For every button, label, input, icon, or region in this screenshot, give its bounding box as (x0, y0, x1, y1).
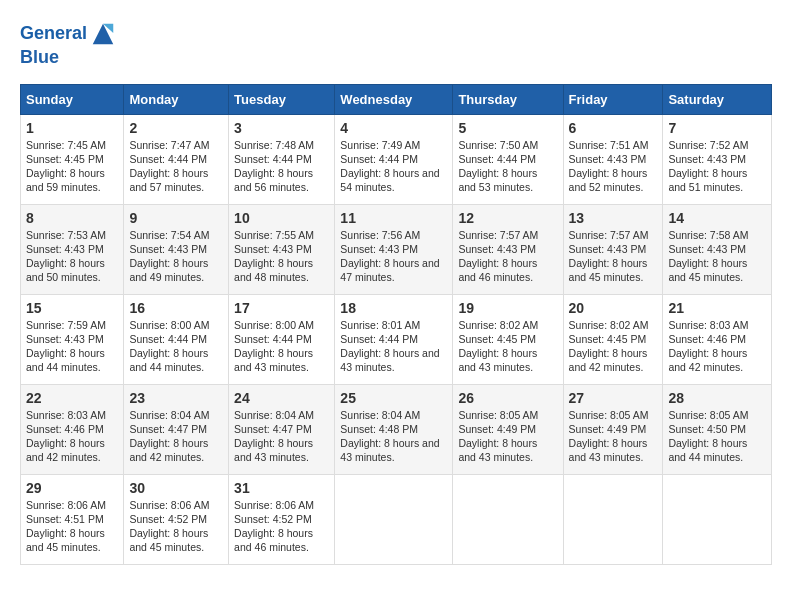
day-info: Sunrise: 8:01 AMSunset: 4:44 PMDaylight:… (340, 318, 447, 375)
day-info: Sunrise: 8:06 AMSunset: 4:52 PMDaylight:… (234, 498, 329, 555)
day-info: Sunrise: 8:05 AMSunset: 4:49 PMDaylight:… (458, 408, 557, 465)
day-info: Sunrise: 7:53 AMSunset: 4:43 PMDaylight:… (26, 228, 118, 285)
calendar-cell: 21Sunrise: 8:03 AMSunset: 4:46 PMDayligh… (663, 294, 772, 384)
day-info: Sunrise: 8:00 AMSunset: 4:44 PMDaylight:… (129, 318, 223, 375)
day-number: 26 (458, 390, 557, 406)
calendar-cell: 7Sunrise: 7:52 AMSunset: 4:43 PMDaylight… (663, 114, 772, 204)
day-info: Sunrise: 7:48 AMSunset: 4:44 PMDaylight:… (234, 138, 329, 195)
logo-text: General (20, 20, 117, 48)
calendar-cell: 11Sunrise: 7:56 AMSunset: 4:43 PMDayligh… (335, 204, 453, 294)
calendar-cell (663, 474, 772, 564)
day-info: Sunrise: 7:49 AMSunset: 4:44 PMDaylight:… (340, 138, 447, 195)
day-info: Sunrise: 7:45 AMSunset: 4:45 PMDaylight:… (26, 138, 118, 195)
day-info: Sunrise: 8:04 AMSunset: 4:47 PMDaylight:… (234, 408, 329, 465)
day-info: Sunrise: 8:06 AMSunset: 4:52 PMDaylight:… (129, 498, 223, 555)
day-info: Sunrise: 8:04 AMSunset: 4:48 PMDaylight:… (340, 408, 447, 465)
day-number: 1 (26, 120, 118, 136)
calendar-cell: 24Sunrise: 8:04 AMSunset: 4:47 PMDayligh… (229, 384, 335, 474)
day-info: Sunrise: 7:58 AMSunset: 4:43 PMDaylight:… (668, 228, 766, 285)
day-info: Sunrise: 7:59 AMSunset: 4:43 PMDaylight:… (26, 318, 118, 375)
day-number: 6 (569, 120, 658, 136)
day-info: Sunrise: 7:56 AMSunset: 4:43 PMDaylight:… (340, 228, 447, 285)
calendar-week-row: 22Sunrise: 8:03 AMSunset: 4:46 PMDayligh… (21, 384, 772, 474)
col-header-thursday: Thursday (453, 84, 563, 114)
calendar-week-row: 8Sunrise: 7:53 AMSunset: 4:43 PMDaylight… (21, 204, 772, 294)
day-number: 28 (668, 390, 766, 406)
calendar-cell: 30Sunrise: 8:06 AMSunset: 4:52 PMDayligh… (124, 474, 229, 564)
day-number: 29 (26, 480, 118, 496)
day-number: 21 (668, 300, 766, 316)
calendar-cell (453, 474, 563, 564)
calendar-cell: 18Sunrise: 8:01 AMSunset: 4:44 PMDayligh… (335, 294, 453, 384)
day-number: 3 (234, 120, 329, 136)
day-number: 19 (458, 300, 557, 316)
col-header-friday: Friday (563, 84, 663, 114)
calendar-cell: 15Sunrise: 7:59 AMSunset: 4:43 PMDayligh… (21, 294, 124, 384)
day-number: 13 (569, 210, 658, 226)
calendar-cell: 26Sunrise: 8:05 AMSunset: 4:49 PMDayligh… (453, 384, 563, 474)
day-number: 9 (129, 210, 223, 226)
calendar-cell: 14Sunrise: 7:58 AMSunset: 4:43 PMDayligh… (663, 204, 772, 294)
day-number: 31 (234, 480, 329, 496)
day-info: Sunrise: 8:02 AMSunset: 4:45 PMDaylight:… (458, 318, 557, 375)
day-info: Sunrise: 7:55 AMSunset: 4:43 PMDaylight:… (234, 228, 329, 285)
calendar-cell: 22Sunrise: 8:03 AMSunset: 4:46 PMDayligh… (21, 384, 124, 474)
day-number: 17 (234, 300, 329, 316)
day-info: Sunrise: 7:47 AMSunset: 4:44 PMDaylight:… (129, 138, 223, 195)
day-info: Sunrise: 7:57 AMSunset: 4:43 PMDaylight:… (458, 228, 557, 285)
calendar-week-row: 29Sunrise: 8:06 AMSunset: 4:51 PMDayligh… (21, 474, 772, 564)
day-number: 2 (129, 120, 223, 136)
day-number: 25 (340, 390, 447, 406)
day-info: Sunrise: 8:05 AMSunset: 4:49 PMDaylight:… (569, 408, 658, 465)
day-number: 30 (129, 480, 223, 496)
day-number: 14 (668, 210, 766, 226)
calendar-cell: 31Sunrise: 8:06 AMSunset: 4:52 PMDayligh… (229, 474, 335, 564)
day-number: 27 (569, 390, 658, 406)
calendar-week-row: 1Sunrise: 7:45 AMSunset: 4:45 PMDaylight… (21, 114, 772, 204)
day-info: Sunrise: 8:00 AMSunset: 4:44 PMDaylight:… (234, 318, 329, 375)
day-info: Sunrise: 8:03 AMSunset: 4:46 PMDaylight:… (668, 318, 766, 375)
calendar-cell: 1Sunrise: 7:45 AMSunset: 4:45 PMDaylight… (21, 114, 124, 204)
calendar-cell: 9Sunrise: 7:54 AMSunset: 4:43 PMDaylight… (124, 204, 229, 294)
day-number: 5 (458, 120, 557, 136)
calendar-cell: 3Sunrise: 7:48 AMSunset: 4:44 PMDaylight… (229, 114, 335, 204)
day-number: 11 (340, 210, 447, 226)
calendar-cell: 17Sunrise: 8:00 AMSunset: 4:44 PMDayligh… (229, 294, 335, 384)
calendar-cell: 12Sunrise: 7:57 AMSunset: 4:43 PMDayligh… (453, 204, 563, 294)
col-header-wednesday: Wednesday (335, 84, 453, 114)
calendar-cell: 6Sunrise: 7:51 AMSunset: 4:43 PMDaylight… (563, 114, 663, 204)
calendar-cell: 5Sunrise: 7:50 AMSunset: 4:44 PMDaylight… (453, 114, 563, 204)
day-info: Sunrise: 8:04 AMSunset: 4:47 PMDaylight:… (129, 408, 223, 465)
day-number: 15 (26, 300, 118, 316)
day-info: Sunrise: 7:54 AMSunset: 4:43 PMDaylight:… (129, 228, 223, 285)
col-header-sunday: Sunday (21, 84, 124, 114)
col-header-tuesday: Tuesday (229, 84, 335, 114)
day-number: 7 (668, 120, 766, 136)
day-number: 22 (26, 390, 118, 406)
calendar-cell: 8Sunrise: 7:53 AMSunset: 4:43 PMDaylight… (21, 204, 124, 294)
day-info: Sunrise: 8:03 AMSunset: 4:46 PMDaylight:… (26, 408, 118, 465)
day-number: 18 (340, 300, 447, 316)
day-number: 20 (569, 300, 658, 316)
calendar-cell: 2Sunrise: 7:47 AMSunset: 4:44 PMDaylight… (124, 114, 229, 204)
calendar-cell: 10Sunrise: 7:55 AMSunset: 4:43 PMDayligh… (229, 204, 335, 294)
calendar-cell: 28Sunrise: 8:05 AMSunset: 4:50 PMDayligh… (663, 384, 772, 474)
calendar-cell (335, 474, 453, 564)
calendar-cell: 19Sunrise: 8:02 AMSunset: 4:45 PMDayligh… (453, 294, 563, 384)
day-number: 23 (129, 390, 223, 406)
day-info: Sunrise: 8:02 AMSunset: 4:45 PMDaylight:… (569, 318, 658, 375)
calendar-cell: 23Sunrise: 8:04 AMSunset: 4:47 PMDayligh… (124, 384, 229, 474)
day-number: 4 (340, 120, 447, 136)
col-header-monday: Monday (124, 84, 229, 114)
page-header: General Blue (20, 20, 772, 68)
day-info: Sunrise: 7:52 AMSunset: 4:43 PMDaylight:… (668, 138, 766, 195)
calendar-table: SundayMondayTuesdayWednesdayThursdayFrid… (20, 84, 772, 565)
calendar-header-row: SundayMondayTuesdayWednesdayThursdayFrid… (21, 84, 772, 114)
day-number: 10 (234, 210, 329, 226)
day-number: 12 (458, 210, 557, 226)
logo: General Blue (20, 20, 117, 68)
day-number: 16 (129, 300, 223, 316)
day-info: Sunrise: 8:06 AMSunset: 4:51 PMDaylight:… (26, 498, 118, 555)
day-number: 8 (26, 210, 118, 226)
calendar-cell: 20Sunrise: 8:02 AMSunset: 4:45 PMDayligh… (563, 294, 663, 384)
